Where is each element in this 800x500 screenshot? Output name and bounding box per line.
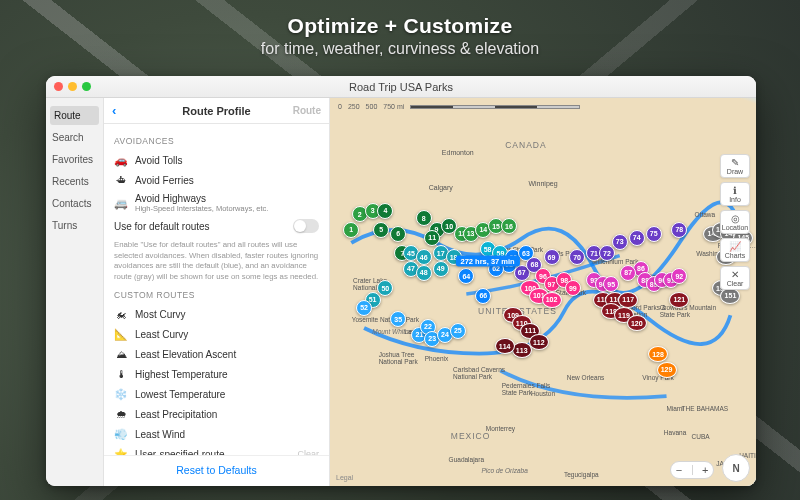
avoidance-row[interactable]: 🚐Avoid HighwaysHigh-Speed Interstates, M…	[114, 190, 319, 216]
map-pin[interactable]: 25	[450, 323, 466, 339]
panel-title: Route Profile	[182, 105, 250, 117]
custom-route-row[interactable]: 📐Least Curvy	[114, 324, 319, 344]
map-label: CUBA	[692, 432, 710, 439]
map-pin[interactable]: 5	[373, 222, 389, 238]
custom-route-icon: ❄️	[114, 387, 128, 401]
map-pin[interactable]: 6	[390, 226, 406, 242]
legal-link[interactable]: Legal	[336, 474, 353, 481]
custom-route-row[interactable]: 🌡Highest Temperature	[114, 364, 319, 384]
custom-route-label: Most Curvy	[135, 309, 186, 320]
map-pin[interactable]: 117	[618, 292, 638, 308]
tab-turns[interactable]: Turns	[46, 215, 103, 236]
tab-contacts[interactable]: Contacts	[46, 193, 103, 214]
map-pin[interactable]: 87	[620, 265, 636, 281]
titlebar: Road Trip USA Parks	[46, 76, 756, 98]
use-default-note: Enable "Use for default routes" and all …	[114, 240, 319, 282]
map-pin[interactable]: 95	[603, 276, 619, 292]
custom-route-row[interactable]: 🏍Most Curvy	[114, 304, 319, 324]
map-pin[interactable]: 49	[433, 261, 449, 277]
tab-favorites[interactable]: Favorites	[46, 149, 103, 170]
map-tool-draw[interactable]: ✎Draw	[720, 154, 750, 178]
custom-route-row[interactable]: ⭐User-specified routeClear	[114, 444, 319, 455]
tab-route[interactable]: Route	[50, 106, 99, 125]
map-tool-clear[interactable]: ✕Clear	[720, 266, 750, 290]
map-pin[interactable]: 72	[599, 245, 615, 261]
map-pin[interactable]: 74	[629, 230, 645, 246]
zoom-control[interactable]: − +	[670, 461, 714, 479]
charts-icon: 📈	[729, 242, 741, 252]
map-pin[interactable]: 114	[495, 338, 515, 354]
map-pin[interactable]: 4	[377, 203, 393, 219]
map-pin[interactable]: 102	[542, 292, 562, 308]
map-label: CANADA	[505, 140, 546, 150]
map-pin[interactable]: 64	[458, 268, 474, 284]
map-pin[interactable]: 48	[416, 265, 432, 281]
map-pin[interactable]: 35	[390, 311, 406, 327]
map-pin[interactable]: 99	[565, 280, 581, 296]
avoidance-row[interactable]: 🚗Avoid Tolls	[114, 150, 319, 170]
custom-route-label: Least Curvy	[135, 329, 188, 340]
draw-icon: ✎	[731, 158, 739, 168]
avoidance-label: Avoid Tolls	[135, 155, 182, 166]
map-pin[interactable]: 112	[529, 334, 549, 350]
custom-route-icon: 🌧	[114, 407, 128, 421]
map-pin[interactable]: 1	[343, 222, 359, 238]
avoidance-row[interactable]: ⛴Avoid Ferries	[114, 170, 319, 190]
tab-recents[interactable]: Recents	[46, 171, 103, 192]
custom-route-icon: 💨	[114, 427, 128, 441]
avoidance-sublabel: High-Speed Interstates, Motorways, etc.	[135, 204, 268, 213]
map-tool-location[interactable]: ◎Location	[720, 210, 750, 234]
map-pin[interactable]: 120	[627, 315, 647, 331]
map-pin[interactable]: 128	[648, 346, 668, 362]
window-title: Road Trip USA Parks	[46, 81, 756, 93]
use-default-row[interactable]: Use for default routes	[114, 216, 319, 236]
map-pin[interactable]: 78	[671, 222, 687, 238]
map-label: Yosemite National Park	[352, 316, 419, 323]
map-pin[interactable]: 121	[669, 292, 689, 308]
map-pin[interactable]: 11	[424, 230, 440, 246]
zoom-out-button[interactable]: −	[676, 464, 682, 476]
custom-route-row[interactable]: 🌧Least Precipitation	[114, 404, 319, 424]
custom-route-icon: 🏍	[114, 307, 128, 321]
info-icon: ℹ︎	[733, 186, 737, 196]
custom-route-icon: 📐	[114, 327, 128, 341]
custom-route-row[interactable]: ⛰Least Elevation Ascent	[114, 344, 319, 364]
map-pin[interactable]: 113	[512, 342, 532, 358]
avoidance-icon: ⛴	[114, 173, 128, 187]
map-tool-info[interactable]: ℹ︎Info	[720, 182, 750, 206]
map-pin[interactable]: 151	[720, 288, 740, 304]
reset-defaults-button[interactable]: Reset to Defaults	[104, 455, 329, 486]
tab-search[interactable]: Search	[46, 127, 103, 148]
avoidance-label: Avoid Ferries	[135, 175, 194, 186]
map-pin[interactable]: 16	[501, 218, 517, 234]
map-pin[interactable]: 66	[475, 288, 491, 304]
map-label: Calgary	[429, 184, 453, 191]
compass-button[interactable]: N	[722, 454, 750, 482]
map-pin[interactable]: 92	[671, 268, 687, 284]
map-label: Joshua TreeNational Park	[379, 351, 418, 365]
map-pin[interactable]: 129	[657, 362, 677, 378]
map-view[interactable]: 0 250 500 750 mi CANADAEdmontonCalgaryWi…	[330, 98, 756, 486]
map-label: THE BAHAMAS	[682, 405, 729, 412]
map-pin[interactable]: 73	[612, 234, 628, 250]
custom-route-row[interactable]: 💨Least Wind	[114, 424, 319, 444]
map-label: Carlsbad CavernsNational Park	[453, 366, 505, 380]
map-pin[interactable]: 52	[356, 300, 372, 316]
back-button[interactable]: ‹	[112, 103, 116, 118]
map-label: Pico de Orizaba	[482, 467, 528, 474]
map-tool-charts[interactable]: 📈Charts	[720, 238, 750, 262]
map-pin[interactable]: 70	[569, 249, 585, 265]
map-pin[interactable]: 69	[544, 249, 560, 265]
map-label: MEXICO	[451, 431, 491, 441]
custom-route-icon: ⭐	[114, 447, 128, 455]
custom-route-label: Least Wind	[135, 429, 185, 440]
toggle-switch[interactable]	[293, 219, 319, 233]
map-pin[interactable]: 46	[416, 249, 432, 265]
zoom-in-button[interactable]: +	[702, 464, 708, 476]
custom-route-label: Highest Temperature	[135, 369, 228, 380]
route-duration-chip: 272 hrs, 37 min	[456, 255, 520, 266]
hero-subtitle: for time, weather, curviness & elevation	[0, 40, 800, 58]
map-pin[interactable]: 50	[377, 280, 393, 296]
custom-route-row[interactable]: ❄️Lowest Temperature	[114, 384, 319, 404]
map-pin[interactable]: 75	[646, 226, 662, 242]
